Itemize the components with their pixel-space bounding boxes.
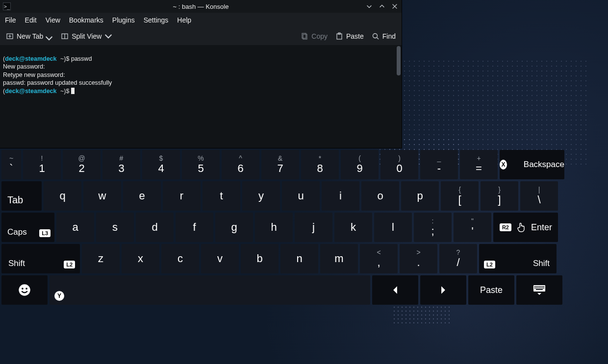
copy-button[interactable]: Copy <box>301 32 328 40</box>
key-d[interactable]: d <box>136 213 174 242</box>
key-main: k <box>351 221 356 233</box>
menu-view[interactable]: View <box>46 16 60 24</box>
maximize-button[interactable] <box>378 2 386 10</box>
scrollbar[interactable] <box>397 46 401 75</box>
key-space[interactable]: Y <box>50 275 370 305</box>
key-main: f <box>193 221 196 233</box>
key-x[interactable]: x <box>122 244 159 273</box>
key-emoji[interactable] <box>1 275 48 305</box>
key-3[interactable]: #3 <box>102 150 140 179</box>
key-2[interactable]: @2 <box>63 150 101 179</box>
key--[interactable]: _- <box>420 150 458 179</box>
close-button[interactable] <box>391 2 399 10</box>
key-1[interactable]: !1 <box>23 150 61 179</box>
key-punct4-0[interactable]: <, <box>360 244 398 273</box>
find-button[interactable]: Find <box>372 32 396 40</box>
key-8[interactable]: *8 <box>301 150 339 179</box>
key-main: 9 <box>356 163 362 174</box>
key-e[interactable]: e <box>123 181 161 211</box>
key-][interactable]: }] <box>481 181 518 211</box>
key-arrow-right[interactable] <box>420 275 466 305</box>
key-s[interactable]: s <box>96 213 134 242</box>
menu-help[interactable]: Help <box>177 16 191 24</box>
key-4[interactable]: $4 <box>142 150 180 179</box>
svg-line-8 <box>377 38 379 40</box>
key-main: 5 <box>198 163 203 174</box>
caps-label: Caps <box>7 227 27 237</box>
key-q[interactable]: q <box>44 181 81 211</box>
key-c[interactable]: c <box>161 244 199 273</box>
key-punct4-2[interactable]: ?/ <box>439 244 477 273</box>
key-main: x <box>138 253 143 265</box>
key-h[interactable]: h <box>255 213 293 242</box>
key-`[interactable]: ~` <box>1 150 21 179</box>
key-punct-0[interactable]: :; <box>414 213 452 242</box>
menu-plugins[interactable]: Plugins <box>112 16 135 24</box>
key-sub: } <box>498 186 501 193</box>
key-main: z <box>98 253 103 265</box>
key-caps[interactable]: CapsL3 <box>1 213 54 242</box>
key-hide-keyboard[interactable] <box>516 275 562 305</box>
key-main: g <box>231 221 237 233</box>
key-5[interactable]: %5 <box>182 150 220 179</box>
new-tab-label: New Tab <box>17 32 43 40</box>
menu-edit[interactable]: Edit <box>25 16 37 24</box>
svg-rect-26 <box>543 288 544 289</box>
key-t[interactable]: t <box>203 181 240 211</box>
key-main: c <box>177 253 183 265</box>
split-view-button[interactable]: Split View <box>61 32 112 40</box>
key-m[interactable]: m <box>320 244 358 273</box>
key-o[interactable]: o <box>361 181 399 211</box>
key-enter[interactable]: R2Enter <box>493 213 558 242</box>
key-punct4-1[interactable]: >. <box>400 244 437 273</box>
key-y[interactable]: y <box>242 181 280 211</box>
key-l[interactable]: l <box>374 213 412 242</box>
key-7[interactable]: &7 <box>261 150 299 179</box>
key-punct-1[interactable]: "' <box>454 213 491 242</box>
menu-bookmarks[interactable]: Bookmarks <box>69 16 103 24</box>
terminal[interactable]: (deck@steamdeck ~)$ passwd New password:… <box>0 45 402 148</box>
key-0[interactable]: )0 <box>380 150 418 179</box>
key-n[interactable]: n <box>280 244 318 273</box>
key-i[interactable]: i <box>322 181 359 211</box>
paste-button[interactable]: Paste <box>335 32 364 40</box>
key-main: , <box>377 257 380 268</box>
key-sub: @ <box>78 155 85 162</box>
key-tab[interactable]: Tab <box>1 181 42 211</box>
key-[[interactable]: {[ <box>441 181 479 211</box>
minimize-button[interactable] <box>365 2 373 10</box>
key-9[interactable]: (9 <box>341 150 379 179</box>
arrow-left-icon <box>392 286 399 294</box>
key-main: w <box>99 190 106 202</box>
key-shift-right[interactable]: L2Shift <box>479 244 557 273</box>
key-w[interactable]: w <box>83 181 121 211</box>
key-r[interactable]: r <box>163 181 201 211</box>
key-arrow-left[interactable] <box>372 275 418 305</box>
key-j[interactable]: j <box>295 213 332 242</box>
split-view-label: Split View <box>72 32 101 40</box>
key-z[interactable]: z <box>82 244 120 273</box>
key-a[interactable]: a <box>56 213 94 242</box>
key-p[interactable]: p <box>401 181 439 211</box>
key-sub: ) <box>398 155 401 162</box>
key-\[interactable]: |\ <box>520 181 558 211</box>
menu-file[interactable]: File <box>5 16 16 24</box>
key-u[interactable]: u <box>282 181 320 211</box>
svg-rect-16 <box>539 286 540 287</box>
svg-point-10 <box>22 288 24 290</box>
svg-point-11 <box>25 288 27 290</box>
key-=[interactable]: += <box>460 150 498 179</box>
key-backspace[interactable]: XBackspace <box>500 150 564 179</box>
key-shift-left[interactable]: ShiftL2 <box>1 244 80 273</box>
key-g[interactable]: g <box>215 213 253 242</box>
key-f[interactable]: f <box>176 213 213 242</box>
key-6[interactable]: ^6 <box>222 150 259 179</box>
menu-settings[interactable]: Settings <box>144 16 169 24</box>
key-k[interactable]: k <box>334 213 372 242</box>
new-tab-button[interactable]: New Tab <box>6 30 53 42</box>
key-v[interactable]: v <box>201 244 239 273</box>
key-sub: $ <box>159 155 163 162</box>
paste-icon <box>335 32 343 40</box>
key-paste[interactable]: Paste <box>468 275 514 305</box>
key-b[interactable]: b <box>241 244 279 273</box>
